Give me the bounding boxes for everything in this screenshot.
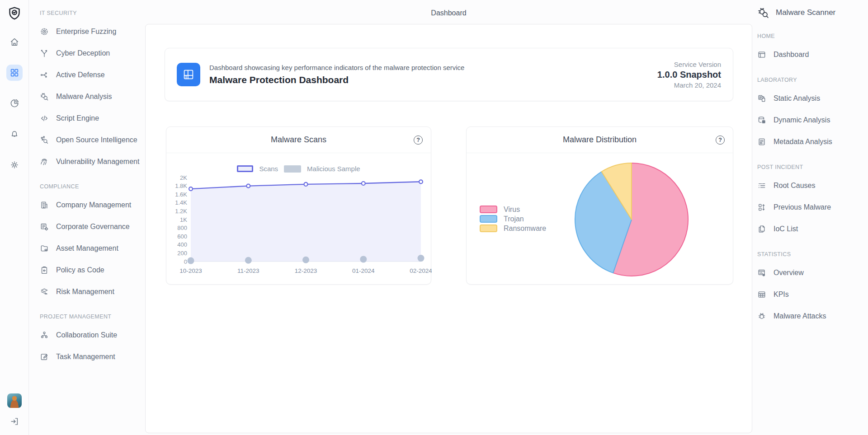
gear-icon [9,160,19,170]
rightbar-item-dynamic-analysis[interactable]: Dynamic Analysis [757,109,865,131]
sidebar-item-open-source-intelligence[interactable]: Open Source Intelligence [40,129,144,151]
doc-lines-icon [757,137,766,146]
network-search-icon [40,136,49,145]
layout-icon [182,68,195,81]
bell-icon [9,129,19,139]
sidebar-item-label: Asset Management [56,244,118,253]
sidebar-item-active-defense[interactable]: Active Defense [40,64,144,86]
building-icon [40,201,49,210]
list-gear-icon [40,222,49,231]
rail-bottom [6,393,23,430]
header-card: Dashboard showcasing key performance ind… [165,48,733,101]
rail-apps-button[interactable] [6,65,23,81]
section-header-home: HOME [757,33,865,40]
section-header-it-security: IT SECURITY [40,9,144,17]
rail-nav [6,34,23,173]
sidebar-item-asset-management[interactable]: Asset Management [40,238,144,259]
sidebar-item-script-engine[interactable]: Script Engine [40,108,144,129]
sidebar-item-label: Vulnerability Management [56,158,139,166]
section-header-statistics: STATISTICS [757,251,865,258]
header-card-title: Malware Protection Dashboard [209,75,464,85]
malware-scans-card-header: Malware Scans ? [166,127,431,153]
sidebar-item-vulnerability-management[interactable]: Vulnerability Management [40,151,144,173]
rightbar-item-label: Previous Malware [774,203,831,211]
avatar[interactable] [7,393,22,408]
sidebar-item-label: Risk Management [56,288,114,296]
svg-text:11-2023: 11-2023 [237,267,259,274]
sidebar-item-label: Enterprise Fuzzing [56,28,116,36]
folder-icon [40,244,49,253]
rightbar-item-label: Dynamic Analysis [774,116,830,124]
bug-search-icon [40,92,49,101]
logout-icon [9,416,19,426]
rightbar-item-static-analysis[interactable]: Static Analysis [757,88,865,109]
section-header-project-management: PROJECT MANAGEMENT [40,313,144,320]
svg-text:1K: 1K [180,216,187,223]
malware-scans-card: Malware Scans ? Scans Malicious Sample 2… [166,126,431,285]
rail-reports-button[interactable] [6,95,23,112]
window-icon [757,50,766,59]
rightbar-item-overview[interactable]: Overview [757,262,865,284]
sidebar-item-company-management[interactable]: Company Management [40,194,144,216]
pie-chart-svg [467,153,734,285]
header-card-text: Dashboard showcasing key performance ind… [209,64,464,85]
sidebar-item-label: Collaboration Suite [56,331,117,339]
bug-search-icon [757,7,769,19]
rail-settings-button[interactable] [6,157,23,173]
svg-text:600: 600 [177,233,187,240]
clipboard-arrow-icon [40,266,49,275]
sidebar-item-enterprise-fuzzing[interactable]: Enterprise Fuzzing [40,21,144,42]
sidebar-item-corporate-governance[interactable]: Corporate Governance [40,216,144,238]
rightbar-item-dashboard[interactable]: Dashboard [757,44,865,65]
main-panel: Dashboard showcasing key performance ind… [145,24,752,433]
svg-text:1.4K: 1.4K [175,199,187,206]
rightbar-item-label: IoC List [774,225,798,233]
rail-notifications-button[interactable] [6,126,23,142]
malware-distribution-card-header: Malware Distribution ? [467,127,733,153]
dashboard-layout-icon [177,63,200,86]
grid-icon [9,68,19,78]
rightbar-item-kpis[interactable]: KPIs [757,284,865,305]
rightbar-item-root-causes[interactable]: Root Causes [757,175,865,196]
database-icon [757,116,766,125]
svg-text:10-2023: 10-2023 [179,267,202,274]
rail-home-button[interactable] [6,34,23,50]
doc-copy-icon [757,225,766,234]
right-sidebar-title-label: Malware Scanner [776,8,835,17]
sidebar-item-cyber-deception[interactable]: Cyber Deception [40,42,144,64]
logout-button[interactable] [6,413,23,430]
bug-icon [757,312,766,321]
rightbar-item-metadata-analysis[interactable]: Metadata Analysis [757,131,865,153]
sidebar-item-task-management[interactable]: Task Management [40,346,144,368]
chart-window-icon [757,268,766,277]
list-icon [757,181,766,190]
rightbar-item-malware-attacks[interactable]: Malware Attacks [757,305,865,327]
service-version-block: Service Version 1.0.0 Snapshot March 20,… [657,61,721,89]
sidebar-item-malware-analysis[interactable]: Malware Analysis [40,86,144,108]
rightbar-item-label: Static Analysis [774,94,820,103]
shield-check-logo-icon [7,6,22,21]
sidebar-item-collaboration-suite[interactable]: Collaboration Suite [40,324,144,346]
rightbar-item-previous-malware[interactable]: Previous Malware [757,196,865,218]
doc-transfer-icon [757,94,766,103]
sidebar-item-risk-management[interactable]: Risk Management [40,281,144,303]
code-icon [40,114,49,123]
help-icon[interactable]: ? [716,136,725,145]
home-icon [9,37,19,47]
target-icon [40,27,49,36]
sidebar-item-policy-as-code[interactable]: Policy as Code [40,259,144,281]
malware-distribution-card: Malware Distribution ? Virus Trojan Rans… [466,126,733,285]
swap-icon [757,203,766,212]
section-header-compliance: COMPLIANCE [40,183,144,190]
rightbar-item-ioc-list[interactable]: IoC List [757,218,865,240]
malware-distribution-title: Malware Distribution [563,135,637,145]
sidebar-item-label: Open Source Intelligence [56,136,137,144]
help-icon[interactable]: ? [414,136,423,145]
svg-text:12-2023: 12-2023 [295,267,317,274]
line-chart-svg: 2K1.8K1.6K1.4K1.2K1K800600400200010-2023… [166,153,432,285]
service-version-date: March 20, 2024 [657,81,721,89]
svg-text:400: 400 [177,241,187,248]
svg-text:01-2024: 01-2024 [352,267,375,274]
sidebar-item-label: Task Management [56,353,115,361]
svg-text:02-2024: 02-2024 [410,267,432,274]
